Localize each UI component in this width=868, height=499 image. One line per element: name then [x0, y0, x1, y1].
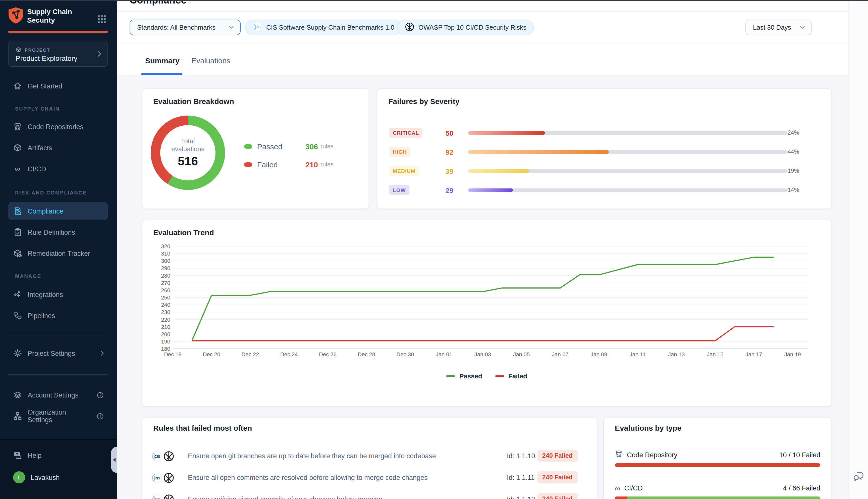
compliance-doc-icon — [13, 207, 22, 216]
svg-text:320: 320 — [161, 243, 170, 250]
code-repository-icon — [13, 122, 22, 131]
card-title: Evalutions by type — [615, 424, 681, 432]
severity-bar-track — [468, 188, 788, 192]
sidebar-item-project-settings[interactable]: Project Settings — [8, 346, 108, 360]
help-chat-icon: ? — [13, 451, 22, 460]
svg-text:CIS: CIS — [154, 498, 160, 499]
card-failures-by-severity: Failures by Severity CRITICAL5024%HIGH92… — [377, 88, 832, 209]
sidebar-item-account-settings[interactable]: Account Settings — [8, 388, 108, 402]
sidebar-section-supply-chain: SUPPLY CHAIN — [15, 106, 60, 112]
severity-bar-fill — [468, 150, 609, 154]
rule-id: Id: 1.1.11 — [507, 474, 535, 482]
type-bar-code-repository — [615, 463, 820, 467]
project-selector[interactable]: PROJECT Product Exploratory — [8, 41, 108, 67]
svg-text:230: 230 — [161, 309, 170, 315]
svg-text:220: 220 — [161, 317, 170, 323]
svg-text:Jan 05: Jan 05 — [513, 351, 530, 357]
type-value: 4 / 66 Failed — [783, 484, 820, 492]
sidebar-item-help[interactable]: ? Help — [8, 448, 108, 462]
tab-summary[interactable]: Summary — [145, 56, 179, 65]
failed-bar-segment — [615, 497, 628, 499]
svg-text:210: 210 — [161, 324, 170, 330]
severity-badge: LOW — [389, 185, 409, 195]
severity-percent: 19% — [788, 168, 799, 174]
rule-text: Ensure open git branches are up to date … — [188, 452, 436, 460]
trend-legend-failed: Failed — [495, 373, 527, 380]
remediation-box-icon — [13, 249, 22, 258]
cis-logo-icon: CIS — [151, 494, 162, 499]
code-repository-icon — [615, 450, 623, 460]
org-chart-gear-icon — [13, 412, 22, 421]
sidebar: Supply Chain Security PROJECT Product Ex… — [0, 0, 117, 499]
card-evaluation-trend: Evaluation Trend 18019020021022023024025… — [142, 220, 832, 406]
svg-text:Jan 15: Jan 15 — [707, 351, 723, 357]
passed-pill-icon — [244, 144, 252, 148]
svg-text:Jan 09: Jan 09 — [591, 351, 607, 357]
severity-count: 39 — [446, 167, 453, 175]
app-title: Supply Chain Security — [27, 8, 72, 25]
rule-id: Id: 1.1.12 — [507, 496, 535, 499]
trend-line-chart: 1801902002102202302402502602702802903003… — [146, 235, 824, 381]
rule-row[interactable]: CISEnsure verifying signed commits of ne… — [151, 493, 588, 499]
donut-center-label: Total evaluations 516 — [151, 115, 225, 190]
svg-text:250: 250 — [161, 294, 170, 301]
account-settings-info-icon[interactable] — [97, 391, 104, 399]
cis-logo-icon: CIS — [151, 472, 162, 485]
svg-text:Jan 13: Jan 13 — [668, 351, 685, 357]
project-name: Product Exploratory — [15, 54, 77, 62]
sidebar-item-organization-settings[interactable]: Organization Settings — [8, 409, 108, 423]
chat-support-button[interactable] — [852, 470, 865, 483]
svg-text:Jan 07: Jan 07 — [552, 351, 568, 357]
legend-dash-icon — [495, 375, 504, 377]
severity-percent: 44% — [788, 149, 799, 155]
card-rules-failed-most: Rules that failed most often CISEnsure o… — [142, 417, 597, 499]
clipboard-check-icon — [13, 228, 22, 237]
sidebar-item-rule-definitions[interactable]: Rule Definitions — [8, 225, 108, 239]
rule-row[interactable]: CISEnsure all open comments are resolved… — [151, 471, 588, 485]
project-chevron-right-icon — [97, 50, 101, 57]
sidebar-item-compliance[interactable]: Compliance — [8, 202, 108, 220]
collapse-arrow-icon — [113, 458, 115, 462]
main-area: Compliance Standards: All Benchmarks CIS… — [117, 0, 848, 499]
owasp-logo-icon — [163, 472, 174, 485]
standards-dropdown[interactable]: Standards: All Benchmarks — [129, 20, 240, 35]
severity-bar-fill — [468, 169, 529, 173]
organization-settings-info-icon[interactable] — [97, 412, 104, 420]
svg-text:290: 290 — [161, 265, 170, 271]
sidebar-item-code-repositories[interactable]: Code Repositories — [8, 120, 108, 134]
svg-text:Dec 28: Dec 28 — [358, 351, 375, 357]
card-title: Evaluation Breakdown — [153, 97, 234, 106]
severity-row-high: HIGH9244% — [389, 147, 819, 158]
sidebar-item-pipelines[interactable]: Pipelines — [8, 308, 108, 322]
svg-text:Dec 20: Dec 20 — [203, 351, 220, 357]
sidebar-collapse-handle[interactable] — [111, 447, 117, 473]
rule-failed-badge: 240 Failed — [537, 493, 578, 499]
total-evaluations-value: 516 — [178, 154, 198, 168]
svg-text:Dec 22: Dec 22 — [241, 351, 259, 357]
legend-dash-icon — [446, 375, 455, 377]
sidebar-item-cicd[interactable]: ∞ CI/CD — [8, 162, 108, 176]
sidebar-item-get-started[interactable]: Get Started — [8, 79, 108, 93]
svg-text:Dec 24: Dec 24 — [280, 351, 298, 357]
type-bar-cicd — [615, 497, 820, 499]
sidebar-item-remediation-tracker[interactable]: Remediation Tracker — [8, 246, 108, 260]
svg-text:Dec 18: Dec 18 — [164, 351, 182, 357]
module-grid-icon[interactable] — [97, 15, 107, 26]
benchmark-chip-owasp[interactable]: OWASP Top 10 CI/CD Security Risks — [397, 20, 534, 35]
svg-text:190: 190 — [161, 339, 170, 345]
tab-evaluations[interactable]: Evaluations — [191, 56, 230, 65]
svg-text:CIS: CIS — [154, 476, 160, 480]
sidebar-item-artifacts[interactable]: Artifacts — [8, 141, 108, 155]
rule-row[interactable]: CISEnsure open git branches are up to da… — [151, 450, 588, 464]
sidebar-divider — [8, 332, 108, 332]
sidebar-user[interactable]: L Lavakush — [8, 470, 108, 484]
trend-legend-passed: Passed — [446, 373, 482, 380]
sidebar-item-integrations[interactable]: Integrations — [8, 288, 108, 302]
legend-failed: Failed 210 rules — [244, 159, 334, 169]
date-range-dropdown[interactable]: Last 30 Days — [745, 20, 812, 35]
passed-bar-segment — [628, 497, 820, 499]
severity-row-critical: CRITICAL5024% — [389, 127, 819, 139]
type-row-cicd: ∞ CI/CD 4 / 66 Failed — [615, 483, 820, 493]
benchmark-chip-cis[interactable]: CIS CIS Software Supply Chain Benchmarks… — [245, 20, 402, 35]
failed-count: 210 — [306, 160, 318, 169]
